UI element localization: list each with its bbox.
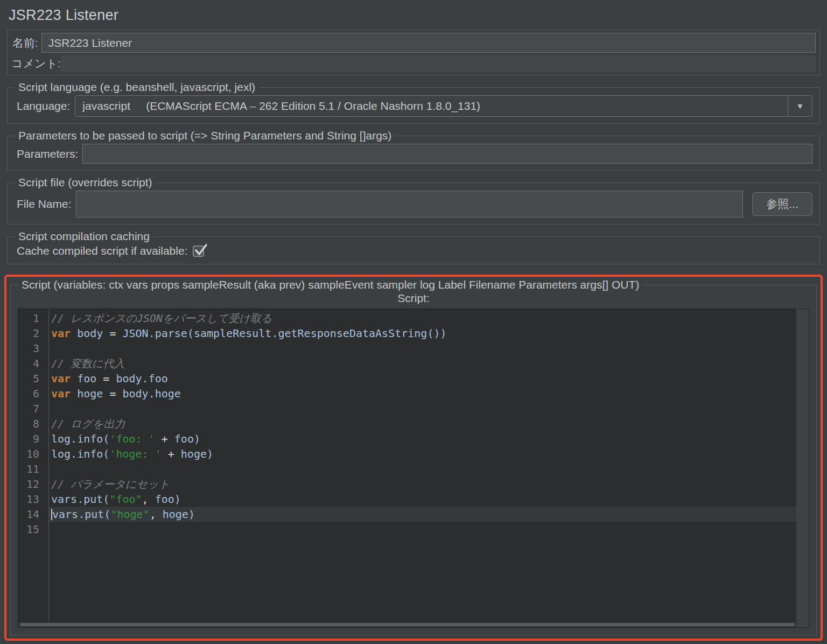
line-number-12: 12 <box>18 477 39 492</box>
name-comment-box: 名前: コメント: <box>7 30 820 75</box>
script-section-highlight: Script (variables: ctx vars props sample… <box>4 275 823 641</box>
code-line-11[interactable] <box>49 461 796 477</box>
script-language-group-title: Script language (e.g. beanshell, javascr… <box>15 81 259 94</box>
browse-button[interactable]: 参照... <box>752 192 812 216</box>
script-language-group: Script language (e.g. beanshell, javascr… <box>7 87 820 124</box>
checkmark-icon <box>194 243 208 258</box>
name-label: 名前: <box>12 36 38 51</box>
script-label: Script: <box>18 292 809 305</box>
code-line-7[interactable] <box>49 401 796 416</box>
script-file-group: Script file (overrides script) File Name… <box>7 183 820 225</box>
parameters-group-title: Parameters to be passed to script (=> St… <box>15 129 395 142</box>
chevron-down-icon[interactable]: ▼ <box>788 96 812 116</box>
name-input[interactable] <box>41 33 816 53</box>
line-number-13: 13 <box>18 492 39 507</box>
editor-code[interactable]: // レスポンスのJSONをパースして受け取るvar body = JSON.p… <box>49 309 796 627</box>
line-number-15: 15 <box>18 522 39 537</box>
code-line-9[interactable]: log.info('foo: ' + foo) <box>49 431 796 446</box>
line-number-3: 3 <box>18 341 39 356</box>
language-label: Language: <box>17 100 70 113</box>
file-name-label: File Name: <box>17 198 72 211</box>
language-selected-value: javascript (ECMAScript ECMA – 262 Editio… <box>75 96 788 116</box>
line-number-9: 9 <box>18 431 39 446</box>
name-row: 名前: <box>11 33 816 53</box>
line-number-10: 10 <box>18 446 39 461</box>
editor-gutter: 123456789101112131415 <box>18 309 49 627</box>
comment-label: コメント: <box>11 56 61 71</box>
cache-checkbox-label: Cache compiled script if available: <box>17 244 187 257</box>
page-title: JSR223 Listener <box>9 7 818 24</box>
line-number-11: 11 <box>18 461 39 477</box>
cache-checkbox[interactable] <box>193 246 204 257</box>
line-number-4: 4 <box>18 356 39 371</box>
code-line-5[interactable]: var foo = body.foo <box>49 371 796 386</box>
line-number-6: 6 <box>18 386 39 401</box>
caching-group: Script compilation caching Cache compile… <box>7 236 820 264</box>
code-line-3[interactable] <box>49 341 796 356</box>
code-line-15[interactable] <box>49 522 796 537</box>
line-number-5: 5 <box>18 371 39 386</box>
code-line-10[interactable]: log.info('hoge: ' + hoge) <box>49 446 796 461</box>
language-dropdown[interactable]: javascript (ECMAScript ECMA – 262 Editio… <box>75 95 812 117</box>
line-number-2: 2 <box>18 326 39 341</box>
line-number-1: 1 <box>18 311 39 326</box>
editor-horizontal-scrollbar[interactable] <box>18 622 796 627</box>
code-line-6[interactable]: var hoge = body.hoge <box>49 386 796 401</box>
code-line-12[interactable]: // パラメータにセット <box>49 477 796 492</box>
comment-row: コメント: <box>11 55 816 72</box>
comment-input[interactable] <box>61 55 816 72</box>
line-number-8: 8 <box>18 416 39 431</box>
script-editor[interactable]: 123456789101112131415 // レスポンスのJSONをパースし… <box>18 309 809 628</box>
script-group-title: Script (variables: ctx vars props sample… <box>18 278 643 291</box>
parameters-label: Parameters: <box>17 148 78 160</box>
code-line-1[interactable]: // レスポンスのJSONをパースして受け取る <box>49 311 796 326</box>
script-file-group-title: Script file (overrides script) <box>15 176 156 189</box>
code-line-13[interactable]: vars.put("foo", foo) <box>49 492 796 507</box>
parameters-row: Parameters: <box>17 144 812 164</box>
language-row: Language: javascript (ECMAScript ECMA – … <box>17 95 812 117</box>
script-group: Script (variables: ctx vars props sample… <box>10 285 817 635</box>
file-row: File Name: 参照... <box>17 191 812 218</box>
horizontal-scrollbar-thumb[interactable] <box>20 623 795 626</box>
caching-group-title: Script compilation caching <box>15 230 153 243</box>
code-line-8[interactable]: // ログを出力 <box>49 416 796 431</box>
jsr223-listener-panel: JSR223 Listener 名前: コメント: Script languag… <box>0 0 827 644</box>
parameters-input[interactable] <box>82 144 812 164</box>
file-name-input[interactable] <box>76 191 743 218</box>
code-line-2[interactable]: var body = JSON.parse(sampleResult.getRe… <box>49 326 796 341</box>
code-line-14[interactable]: vars.put("hoge", hoge) <box>49 507 796 522</box>
editor-vertical-scrollbar[interactable] <box>796 309 809 627</box>
parameters-group: Parameters to be passed to script (=> St… <box>7 136 820 171</box>
code-line-4[interactable]: // 変数に代入 <box>49 356 796 371</box>
caching-row: Cache compiled script if available: <box>17 244 812 257</box>
line-number-14: 14 <box>18 507 39 522</box>
line-number-7: 7 <box>18 401 39 416</box>
